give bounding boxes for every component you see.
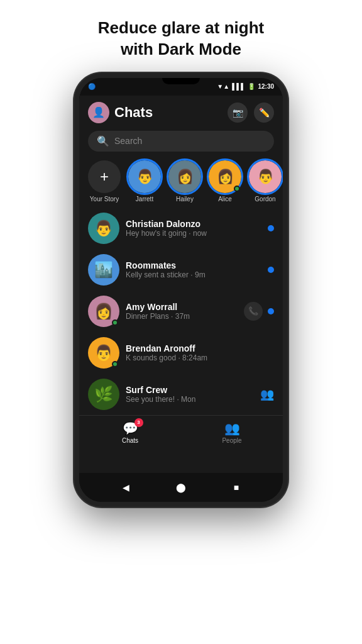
roommates-avatar-icon: 🏙️ xyxy=(88,254,119,286)
signal-icon: ▌▌▌ xyxy=(232,83,245,90)
brendan-name: Brendan Aronoff xyxy=(126,343,268,353)
people-icon: 👥 xyxy=(224,421,240,436)
roommates-name: Roommates xyxy=(126,260,261,270)
story-ring-jarrett xyxy=(126,158,163,195)
chat-item-surf-crew[interactable]: 🌿 Surf Crew See you there! · Mon 👥 xyxy=(79,374,283,415)
system-nav-bar: ◀ ⬤ ■ xyxy=(79,473,283,502)
phone-device: 🔵 ▼▲ ▌▌▌ 🔋 12:30 👤 Chats 📷 ✏️ xyxy=(74,73,288,507)
roommates-avatar: 🏙️ xyxy=(88,254,119,286)
user-avatar[interactable]: 👤 xyxy=(88,102,109,123)
chat-item-brendan[interactable]: 👨 Brendan Aronoff K sounds good · 8:24am xyxy=(79,332,283,374)
home-button[interactable]: ⬤ xyxy=(175,481,187,494)
christian-name: Christian Dalonzo xyxy=(126,219,261,229)
roommates-actions xyxy=(268,267,274,273)
status-bar: 🔵 ▼▲ ▌▌▌ 🔋 12:30 xyxy=(79,78,283,96)
back-icon: ◀ xyxy=(123,482,129,492)
roommates-unread-dot xyxy=(268,267,274,273)
header-left: 👤 Chats xyxy=(88,102,153,123)
camera-icon: 📷 xyxy=(233,108,243,118)
christian-actions xyxy=(268,225,274,231)
headline-line1: Reduce glare at night xyxy=(98,18,264,37)
story-item-gordon[interactable]: 👨 Gordon xyxy=(249,160,282,203)
surf-crew-avatar: 🌿 xyxy=(88,379,119,410)
battery-icon: 🔋 xyxy=(248,83,255,90)
gordon-label: Gordon xyxy=(255,196,275,203)
christian-avatar: 👨 xyxy=(88,213,119,244)
status-icons: ▼▲ ▌▌▌ 🔋 12:30 xyxy=(217,83,274,90)
amy-preview: Dinner Plans · 37m xyxy=(126,312,238,321)
amy-call-button[interactable]: 📞 xyxy=(244,302,263,321)
status-camera: 🔵 xyxy=(88,83,101,90)
clock: 12:30 xyxy=(258,83,274,90)
chat-item-christian[interactable]: 👨 Christian Dalonzo Hey how's it going ·… xyxy=(79,208,283,249)
alice-online-dot xyxy=(234,186,240,192)
amy-online-dot xyxy=(112,319,118,326)
compose-icon: ✏️ xyxy=(259,108,270,118)
brendan-online-dot xyxy=(112,361,118,367)
jarrett-label: Jarrett xyxy=(136,196,153,203)
brendan-avatar-wrapper: 👨 xyxy=(88,337,119,369)
brendan-preview: K sounds good · 8:24am xyxy=(126,353,268,362)
christian-avatar-icon: 👨 xyxy=(88,213,119,244)
header-icons: 📷 ✏️ xyxy=(228,103,274,123)
brendan-info: Brendan Aronoff K sounds good · 8:24am xyxy=(126,343,268,362)
search-bar[interactable]: 🔍 Search xyxy=(88,131,274,152)
amy-actions: 📞 xyxy=(244,302,274,321)
roommates-avatar-wrapper: 🏙️ xyxy=(88,254,119,286)
app-title: Chats xyxy=(114,104,153,121)
surf-crew-avatar-wrapper: 🌿 xyxy=(88,379,119,410)
christian-info: Christian Dalonzo Hey how's it going · n… xyxy=(126,219,261,238)
amy-avatar-wrapper: 👩 xyxy=(88,296,119,327)
chat-item-roommates[interactable]: 🏙️ Roommates Kelly sent a sticker · 9m xyxy=(79,249,283,291)
compose-button[interactable]: ✏️ xyxy=(254,103,274,123)
hailey-label: Hailey xyxy=(176,196,194,203)
people-label: People xyxy=(222,437,241,444)
recent-button[interactable]: ■ xyxy=(230,481,243,494)
app-screen: 👤 Chats 📷 ✏️ 🔍 Search + Your xyxy=(79,96,283,473)
add-story-button[interactable]: + xyxy=(88,160,121,193)
back-button[interactable]: ◀ xyxy=(119,481,132,494)
surf-crew-info: Surf Crew See you there! · Mon xyxy=(126,385,254,404)
wifi-icon: ▼▲ xyxy=(217,83,229,90)
chat-list: 👨 Christian Dalonzo Hey how's it going ·… xyxy=(79,208,283,415)
christian-unread-dot xyxy=(268,225,274,231)
bottom-nav-people[interactable]: 👥 People xyxy=(181,416,283,449)
home-icon: ⬤ xyxy=(176,482,186,492)
amy-unread-dot xyxy=(268,308,274,314)
roommates-preview: Kelly sent a sticker · 9m xyxy=(126,270,261,279)
user-avatar-icon: 👤 xyxy=(92,106,105,118)
headline-line2: with Dark Mode xyxy=(121,40,241,58)
roommates-info: Roommates Kelly sent a sticker · 9m xyxy=(126,260,261,279)
story-ring-gordon xyxy=(247,158,283,195)
search-placeholder: Search xyxy=(114,136,142,146)
story-item-hailey[interactable]: 👩 Hailey xyxy=(168,160,201,203)
recent-icon: ■ xyxy=(234,482,239,492)
search-icon: 🔍 xyxy=(97,135,109,147)
alice-label: Alice xyxy=(218,196,232,203)
story-avatar-wrapper-jarrett: 👨 xyxy=(128,160,161,193)
story-avatar-wrapper-hailey: 👩 xyxy=(168,160,201,193)
chats-icon: 💬 3 xyxy=(123,421,138,436)
headline: Reduce glare at night with Dark Mode xyxy=(73,0,289,73)
app-header: 👤 Chats 📷 ✏️ xyxy=(79,96,283,127)
surf-crew-group-avatars: 👥 xyxy=(260,387,274,401)
christian-avatar-wrapper: 👨 xyxy=(88,213,119,244)
surf-crew-actions: 👥 xyxy=(260,387,274,401)
amy-info: Amy Worrall Dinner Plans · 37m xyxy=(126,302,238,321)
camera-button[interactable]: 📷 xyxy=(228,103,248,123)
story-avatar-wrapper-alice: 👩 xyxy=(209,160,241,193)
bottom-nav: 💬 3 Chats 👥 People xyxy=(79,415,283,449)
chats-label: Chats xyxy=(122,437,138,444)
surf-crew-preview: See you there! · Mon xyxy=(126,395,254,404)
stories-row: + Your Story 👨 Jarrett 👩 xyxy=(79,155,283,208)
story-item-jarrett[interactable]: 👨 Jarrett xyxy=(128,160,161,203)
bottom-nav-chats[interactable]: 💬 3 Chats xyxy=(79,416,181,449)
story-item-your-story[interactable]: + Your Story xyxy=(88,160,121,203)
story-avatar-wrapper-gordon: 👨 xyxy=(249,160,282,193)
notch xyxy=(162,78,200,84)
story-ring-hailey xyxy=(167,158,203,195)
chats-badge: 3 xyxy=(134,418,143,427)
amy-name: Amy Worrall xyxy=(126,302,238,312)
chat-item-amy[interactable]: 👩 Amy Worrall Dinner Plans · 37m 📞 xyxy=(79,291,283,332)
story-item-alice[interactable]: 👩 Alice xyxy=(209,160,241,203)
